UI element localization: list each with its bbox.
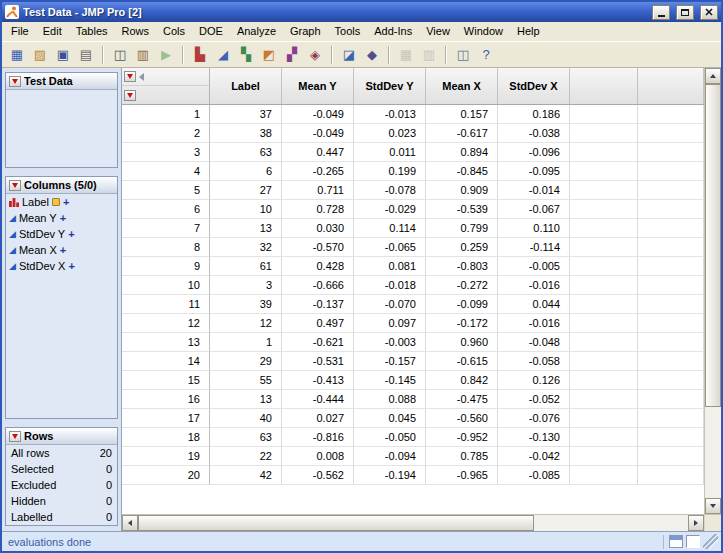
data-cell[interactable]: -0.845 — [426, 162, 498, 181]
data-cell[interactable]: -0.539 — [426, 200, 498, 219]
data-cell[interactable]: -0.099 — [426, 295, 498, 314]
maximize-button[interactable] — [676, 5, 694, 20]
graph-builder-button[interactable]: ◩ — [258, 44, 280, 66]
menu-item-view[interactable]: View — [419, 23, 457, 40]
data-cell[interactable]: -0.172 — [426, 314, 498, 333]
row-number-cell[interactable]: 3 — [122, 143, 210, 162]
data-cell[interactable]: -0.029 — [354, 200, 426, 219]
rows-panel-red-triangle-icon[interactable] — [9, 431, 21, 442]
horizontal-scrollbar[interactable] — [122, 514, 704, 531]
control-chart-button[interactable]: ◈ — [304, 44, 326, 66]
data-cell[interactable]: 0.088 — [354, 390, 426, 409]
data-cell[interactable]: 0.894 — [426, 143, 498, 162]
data-cell[interactable]: 0.030 — [282, 219, 354, 238]
row-number-cell[interactable]: 19 — [122, 447, 210, 466]
row-number-cell[interactable]: 5 — [122, 181, 210, 200]
data-cell[interactable]: -0.615 — [426, 352, 498, 371]
data-cell[interactable]: -0.095 — [498, 162, 570, 181]
data-cell[interactable]: 39 — [210, 295, 282, 314]
data-cell[interactable]: -0.560 — [426, 409, 498, 428]
menu-item-graph[interactable]: Graph — [283, 23, 328, 40]
data-cell[interactable]: -0.058 — [498, 352, 570, 371]
collapse-panel-left-icon[interactable] — [139, 73, 144, 81]
data-cell[interactable]: 0.008 — [282, 447, 354, 466]
data-cell[interactable]: 0.045 — [354, 409, 426, 428]
data-cell[interactable]: 0.711 — [282, 181, 354, 200]
menu-item-cols[interactable]: Cols — [156, 23, 192, 40]
data-cell[interactable]: -0.194 — [354, 466, 426, 485]
status-pane-icon[interactable] — [669, 535, 683, 548]
data-filter-button[interactable]: ◪ — [338, 44, 360, 66]
data-cell[interactable]: 0.428 — [282, 257, 354, 276]
data-cell[interactable]: -0.050 — [354, 428, 426, 447]
data-cell[interactable]: 29 — [210, 352, 282, 371]
paste-button[interactable]: ▥ — [132, 44, 154, 66]
table-menu-red-triangle-icon[interactable] — [124, 71, 136, 82]
data-cell[interactable]: -0.070 — [354, 295, 426, 314]
data-cell[interactable]: 13 — [210, 219, 282, 238]
data-cell[interactable]: 55 — [210, 371, 282, 390]
data-cell[interactable]: 0.785 — [426, 447, 498, 466]
row-number-cell[interactable]: 6 — [122, 200, 210, 219]
menu-item-add-ins[interactable]: Add-Ins — [367, 23, 419, 40]
data-cell[interactable]: -0.621 — [282, 333, 354, 352]
data-cell[interactable]: 0.842 — [426, 371, 498, 390]
data-cell[interactable]: 10 — [210, 200, 282, 219]
row-number-cell[interactable]: 8 — [122, 238, 210, 257]
data-cell[interactable]: -0.013 — [354, 105, 426, 124]
data-cell[interactable]: -0.265 — [282, 162, 354, 181]
data-cell[interactable]: 0.447 — [282, 143, 354, 162]
status-view-box-icon[interactable] — [686, 535, 700, 548]
vertical-scroll-track[interactable] — [705, 84, 721, 498]
data-cell[interactable]: -0.570 — [282, 238, 354, 257]
columns-panel-red-triangle-icon[interactable] — [9, 180, 21, 191]
data-cell[interactable]: 12 — [210, 314, 282, 333]
data-cell[interactable]: -0.003 — [354, 333, 426, 352]
data-cell[interactable]: -0.016 — [498, 314, 570, 333]
copy-button[interactable]: ◫ — [109, 44, 131, 66]
row-number-cell[interactable]: 13 — [122, 333, 210, 352]
scatterplot-3d-button[interactable]: ◆ — [361, 44, 383, 66]
data-cell[interactable]: 3 — [210, 276, 282, 295]
horizontal-scroll-track[interactable] — [138, 515, 688, 531]
fit-model-button[interactable]: ▚ — [235, 44, 257, 66]
data-cell[interactable]: -0.038 — [498, 124, 570, 143]
data-cell[interactable]: -0.042 — [498, 447, 570, 466]
data-cell[interactable]: -0.562 — [282, 466, 354, 485]
column-list-item-mean-x[interactable]: ◢Mean X+ — [6, 242, 117, 258]
data-cell[interactable]: 0.960 — [426, 333, 498, 352]
data-cell[interactable]: -0.475 — [426, 390, 498, 409]
column-list-item-stddev-x[interactable]: ◢StdDev X+ — [6, 258, 117, 274]
data-cell[interactable]: 0.259 — [426, 238, 498, 257]
data-cell[interactable]: -0.049 — [282, 124, 354, 143]
row-number-cell[interactable]: 14 — [122, 352, 210, 371]
resize-grip[interactable] — [703, 534, 718, 549]
menu-item-tables[interactable]: Tables — [69, 23, 115, 40]
data-cell[interactable]: 0.027 — [282, 409, 354, 428]
row-number-cell[interactable]: 2 — [122, 124, 210, 143]
save-button[interactable]: ▣ — [52, 44, 74, 66]
row-number-cell[interactable]: 17 — [122, 409, 210, 428]
data-cell[interactable]: 13 — [210, 390, 282, 409]
data-cell[interactable]: 63 — [210, 428, 282, 447]
scroll-up-button[interactable] — [705, 68, 721, 84]
data-cell[interactable]: 0.011 — [354, 143, 426, 162]
data-cell[interactable]: 0.199 — [354, 162, 426, 181]
data-cell[interactable]: 37 — [210, 105, 282, 124]
minimize-button[interactable] — [652, 5, 670, 20]
data-cell[interactable]: -0.803 — [426, 257, 498, 276]
data-cell[interactable]: -0.076 — [498, 409, 570, 428]
data-cell[interactable]: -0.413 — [282, 371, 354, 390]
data-cell[interactable]: -0.016 — [498, 276, 570, 295]
data-cell[interactable]: -0.085 — [498, 466, 570, 485]
row-number-cell[interactable]: 18 — [122, 428, 210, 447]
data-cell[interactable]: -0.145 — [354, 371, 426, 390]
data-cell[interactable]: 0.186 — [498, 105, 570, 124]
data-cell[interactable]: 0.497 — [282, 314, 354, 333]
data-cell[interactable]: 0.114 — [354, 219, 426, 238]
data-cell[interactable]: -0.157 — [354, 352, 426, 371]
multivariate-button[interactable]: ▞ — [281, 44, 303, 66]
data-cell[interactable]: -0.048 — [498, 333, 570, 352]
column-header-label[interactable]: Label — [210, 68, 282, 104]
data-cell[interactable]: -0.952 — [426, 428, 498, 447]
